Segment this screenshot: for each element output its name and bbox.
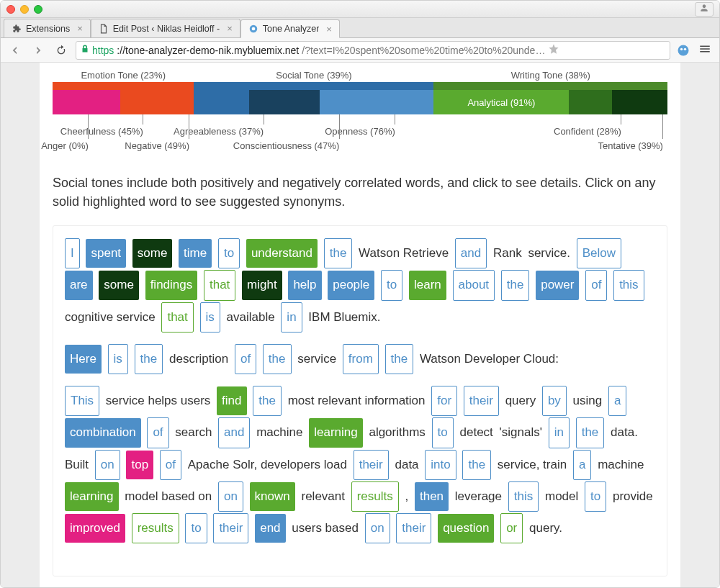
forward-button[interactable] <box>30 42 47 59</box>
word[interactable]: this <box>508 481 539 512</box>
word[interactable]: in <box>281 302 302 333</box>
word[interactable]: findings <box>145 271 198 299</box>
social-bar[interactable] <box>194 82 433 90</box>
word[interactable]: question <box>438 514 494 543</box>
menu-button[interactable] <box>696 42 714 59</box>
tab-extensions[interactable]: Extensions × <box>4 19 91 37</box>
word[interactable]: people <box>328 271 374 299</box>
tab-edit-post[interactable]: Edit Post ‹ Niklas Heidloff - × <box>91 19 240 37</box>
word[interactable]: spent <box>86 239 126 268</box>
word[interactable]: or <box>500 513 523 543</box>
tab-tone-analyzer[interactable]: Tone Analyzer × <box>240 19 340 38</box>
word[interactable]: into <box>425 450 456 480</box>
back-button[interactable] <box>6 42 24 59</box>
word[interactable]: the <box>501 270 530 300</box>
maximize-window-button[interactable] <box>34 5 42 14</box>
word[interactable]: learn <box>409 271 446 299</box>
page-viewport: Emotion Tone (23%) Social Tone (39%) Wri… <box>1 63 719 587</box>
word[interactable]: some <box>99 271 139 299</box>
word[interactable]: is <box>200 302 220 333</box>
word[interactable]: I <box>65 238 80 268</box>
profile-avatar-button[interactable] <box>695 2 714 17</box>
extension-icon[interactable] <box>676 43 690 58</box>
word[interactable]: in <box>549 417 570 448</box>
word[interactable]: Below <box>577 238 621 268</box>
word[interactable]: results <box>351 481 399 512</box>
emotion-bar[interactable] <box>53 82 194 90</box>
word[interactable]: understand <box>246 239 318 268</box>
word[interactable]: their <box>464 386 499 416</box>
word[interactable]: a <box>573 450 591 480</box>
word[interactable]: the <box>385 344 414 374</box>
word[interactable]: learning <box>65 482 119 511</box>
close-tab-icon[interactable]: × <box>326 24 332 35</box>
word[interactable]: by <box>542 386 567 416</box>
seg-openness[interactable] <box>320 90 433 114</box>
word[interactable]: the <box>263 344 292 374</box>
word[interactable]: of <box>160 450 181 480</box>
word[interactable]: of <box>147 417 168 448</box>
bookmark-star-icon[interactable] <box>548 43 559 57</box>
word[interactable]: results <box>132 513 179 543</box>
word[interactable]: the <box>253 386 282 416</box>
word[interactable]: top <box>126 451 153 479</box>
close-tab-icon[interactable]: × <box>227 23 233 34</box>
word[interactable]: the <box>462 450 491 480</box>
word[interactable]: to <box>585 481 606 512</box>
word[interactable]: known <box>250 482 295 511</box>
word-plain: users based <box>290 521 360 535</box>
word[interactable]: on <box>95 450 120 480</box>
word[interactable]: a <box>608 386 626 416</box>
seg-negative[interactable] <box>120 90 194 114</box>
word[interactable]: on <box>218 481 243 512</box>
address-bar[interactable]: https://tone-analyzer-demo-nik.mybluemix… <box>76 41 670 60</box>
word[interactable]: Here <box>65 345 102 374</box>
word[interactable]: and <box>455 238 487 268</box>
word[interactable]: their <box>396 513 431 543</box>
writing-bar[interactable] <box>433 82 667 90</box>
seg-agreeableness[interactable] <box>194 90 249 114</box>
word[interactable]: learning <box>309 418 363 447</box>
word[interactable]: improved <box>65 514 125 543</box>
seg-cheerfulness[interactable] <box>53 90 120 114</box>
seg-tentative[interactable] <box>612 90 667 114</box>
word[interactable]: then <box>415 482 449 511</box>
word[interactable]: the <box>324 238 353 268</box>
word[interactable]: to <box>432 417 454 448</box>
word[interactable]: that <box>161 302 193 333</box>
word[interactable]: power <box>536 271 579 299</box>
word[interactable]: help <box>288 271 321 299</box>
word[interactable]: is <box>108 344 128 374</box>
word[interactable]: some <box>132 239 173 268</box>
seg-analytical[interactable]: Analytical (91%) <box>433 90 569 114</box>
word[interactable]: of <box>585 270 607 300</box>
word[interactable]: combination <box>65 418 141 447</box>
word[interactable]: for <box>431 386 457 416</box>
close-window-button[interactable] <box>6 5 15 14</box>
word[interactable]: their <box>213 513 248 543</box>
word[interactable]: that <box>204 270 235 300</box>
seg-conscientiousness[interactable] <box>249 90 320 114</box>
minimize-window-button[interactable] <box>20 5 29 14</box>
reload-button[interactable] <box>53 42 70 59</box>
word[interactable]: might <box>242 271 282 299</box>
word[interactable]: from <box>343 344 379 374</box>
word[interactable]: to <box>185 513 207 543</box>
word[interactable]: to <box>218 238 240 268</box>
word[interactable]: are <box>65 271 93 299</box>
word[interactable]: on <box>365 513 390 543</box>
close-tab-icon[interactable]: × <box>77 23 83 34</box>
word[interactable]: this <box>613 270 644 300</box>
word[interactable]: find <box>217 386 246 415</box>
word[interactable]: their <box>354 450 389 480</box>
word[interactable]: This <box>65 386 99 416</box>
word[interactable]: end <box>255 514 285 543</box>
word[interactable]: and <box>218 417 250 448</box>
seg-confident[interactable] <box>569 90 612 114</box>
word[interactable]: of <box>235 344 256 374</box>
word[interactable]: the <box>135 344 163 374</box>
word[interactable]: to <box>381 270 402 300</box>
word[interactable]: time <box>179 239 212 268</box>
word[interactable]: about <box>453 270 495 300</box>
word[interactable]: the <box>576 417 605 448</box>
